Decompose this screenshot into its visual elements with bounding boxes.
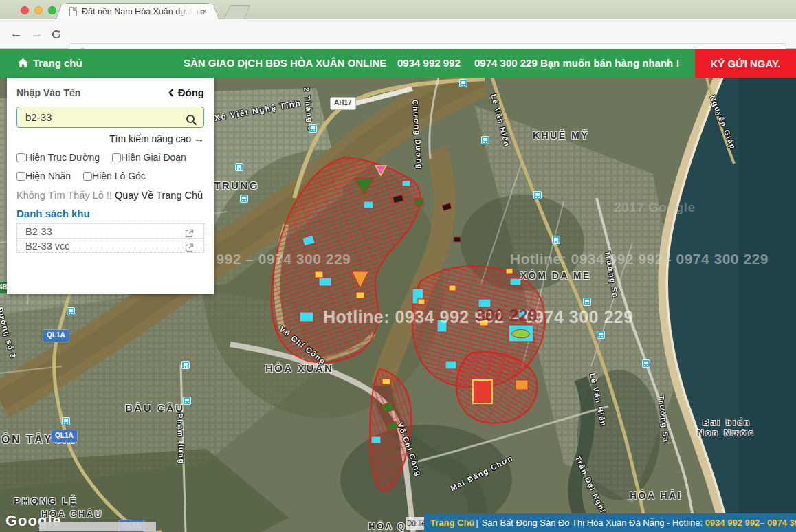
zone-list-title: Danh sách khu [16,208,204,219]
close-panel-button[interactable]: Đóng [168,87,204,98]
consign-now-button[interactable]: KÝ GỬI NGAY. [695,49,796,78]
not-found-message: Không Tìm Thấy Lô !! [16,190,112,201]
back-icon[interactable]: ← [10,25,23,42]
search-icon[interactable] [186,112,197,132]
mac-minimize-button[interactable] [34,6,43,14]
reload-icon[interactable] [51,27,62,44]
nav-home-link[interactable]: Trang chủ [18,49,82,78]
text-caret [52,112,52,122]
checkbox-show-corner-lots[interactable] [83,172,92,181]
tab-close-icon[interactable]: × [201,6,207,16]
advanced-search-link[interactable]: Tìm kiếm nâng cao → [16,133,204,144]
mac-close-button[interactable] [21,6,29,14]
checkbox-label: Hiện Nhãn [25,170,71,181]
home-icon [18,58,28,67]
hotline-phone-2-promo: 0974 300 229 Bạn muốn bán hàng nhanh ! [474,49,679,78]
browser-toolbar: ← → Not Secure|www.bandoduanhoaxuan.com/… [0,19,796,49]
checkbox-show-phase[interactable] [112,153,121,162]
browser-window: Đất nền Nam Hòa Xuân dự án c × ← → Not S… [0,0,796,532]
footer-separator: | [476,518,478,528]
arrow-right-icon: → [194,133,204,144]
zone-list-item[interactable]: B2-33 [16,223,204,239]
hotline-phone-1: 0934 992 992 [397,49,461,78]
open-external-icon[interactable] [185,241,194,256]
mac-maximize-button[interactable] [48,6,56,14]
site-navbar: Trang chủ SÀN GIAO DỊCH BĐS HÒA XUÂN ONL… [0,49,796,78]
map-attribution-strip [39,522,156,531]
site-title: SÀN GIAO DỊCH BĐS HÒA XUÂN ONLINE [184,49,386,78]
checkbox-label: Hiện Trục Đường [25,152,100,163]
tab-title-fade [177,4,197,19]
browser-titlebar: Đất nền Nam Hòa Xuân dự án c × [0,0,796,19]
chevron-left-icon [168,89,174,97]
checkbox-label: Hiện Giai Đoạn [121,152,186,163]
search-label: Nhập Vào Tên [16,87,80,98]
checkbox-show-labels[interactable] [16,172,25,181]
page-favicon-icon [69,7,77,16]
search-panel: Nhập Vào Tên Đóng b2-33 Tìm kiếm nâng ca… [7,78,214,294]
map-data-attribution: Dữ liệu b [406,517,425,530]
forward-icon[interactable]: → [30,25,43,42]
footer-home-link[interactable]: Trang Chủ [430,518,474,528]
checkbox-label: Hiện Lô Góc [92,170,146,181]
footer-text: Sàn Bất Động Sản Đô Thị Hòa Xuân Đà Nẵng… [482,518,703,528]
footer-bar: Trang Chủ|Sàn Bất Động Sản Đô Thị Hòa Xu… [424,513,796,532]
browser-tab[interactable]: Đất nền Nam Hòa Xuân dự án c × [63,3,212,19]
back-home-link[interactable]: Quay Về Trang Chủ [115,190,203,201]
checkbox-show-roads[interactable] [16,153,25,162]
search-input[interactable]: b2-33 [16,107,204,128]
footer-phones: 0934 992 992– 0974 300 229 [705,518,796,528]
zone-list-item[interactable]: B2-33 vcc [16,238,204,253]
